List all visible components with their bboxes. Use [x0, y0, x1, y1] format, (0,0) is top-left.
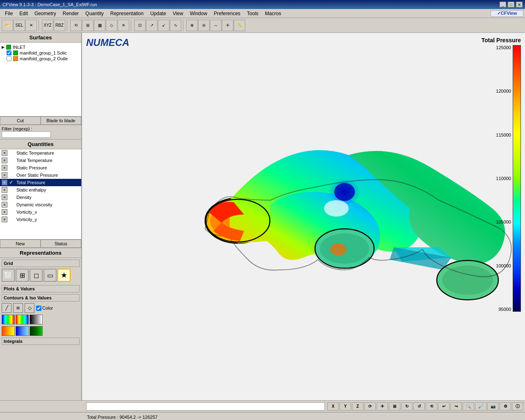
- qty-total-pressure[interactable]: ≡ ✓ Total Pressure: [0, 179, 81, 186]
- pick-btn[interactable]: ↻: [401, 402, 413, 411]
- color-swatches-row2: [2, 326, 80, 336]
- colorbar-label-2: 115000: [496, 132, 511, 137]
- perspective-button[interactable]: ◇: [106, 20, 117, 31]
- grid-btn-2[interactable]: ◻: [30, 269, 43, 282]
- qty-label-6: Density: [16, 195, 32, 200]
- grid-btn-1[interactable]: ⊞: [16, 269, 29, 282]
- xyz-button[interactable]: XYZ: [42, 20, 53, 31]
- close-button[interactable]: ✕: [516, 2, 523, 7]
- zoom-box-btn[interactable]: ⊞: [389, 402, 400, 411]
- contour-fill-icon[interactable]: ≋: [13, 303, 23, 313]
- status-text-input[interactable]: [86, 402, 325, 411]
- menu-macros[interactable]: Macros: [262, 10, 284, 17]
- colorbar-label-4: 105000: [496, 219, 511, 224]
- status-button[interactable]: Status: [41, 240, 81, 248]
- info-btn[interactable]: ⓘ: [512, 402, 523, 411]
- status-x-btn[interactable]: X: [327, 402, 339, 411]
- viewport[interactable]: NUMECA: [82, 33, 525, 400]
- contour-band-icon[interactable]: ◇: [25, 303, 34, 313]
- grid-btn-3[interactable]: ▭: [43, 269, 57, 282]
- zoom-in-button[interactable]: ⊕: [186, 20, 198, 31]
- probe-button[interactable]: ↙: [158, 20, 169, 31]
- qty-dynamic-viscosity[interactable]: ≡ Dynamic viscosity: [0, 201, 81, 208]
- light-button[interactable]: ✕: [118, 20, 129, 31]
- slice-button[interactable]: ↗: [146, 20, 158, 31]
- menu-update[interactable]: Update: [147, 10, 169, 17]
- svg-point-4: [324, 200, 349, 217]
- window-controls[interactable]: _ □ ✕: [500, 2, 523, 7]
- cut-button[interactable]: Cut: [0, 116, 41, 125]
- swatch-2[interactable]: [30, 315, 43, 324]
- zoom-out-status-btn[interactable]: 🔎: [475, 402, 486, 411]
- menu-preferences[interactable]: Preferences: [210, 10, 244, 17]
- menu-representation[interactable]: Representation: [107, 10, 147, 17]
- menu-view[interactable]: View: [169, 10, 187, 17]
- menu-file[interactable]: File: [2, 10, 16, 17]
- undo-btn[interactable]: ↩: [438, 402, 450, 411]
- screenshot-btn[interactable]: 📷: [487, 402, 499, 411]
- tree-item-manifold2[interactable]: manifold_group_2 Outle: [2, 56, 80, 62]
- qty-static-temperature[interactable]: ≡ Static Temperature: [0, 149, 81, 157]
- settings-status-btn[interactable]: ⚙: [500, 402, 511, 411]
- fit-button[interactable]: ⊞: [82, 20, 94, 31]
- crop-button[interactable]: ⊡: [134, 20, 146, 31]
- menu-window[interactable]: Window: [187, 10, 211, 17]
- qty-vorticity-x[interactable]: ≡ Vorticity_x: [0, 208, 81, 216]
- swatch-4[interactable]: [16, 326, 29, 336]
- swatch-3[interactable]: [2, 326, 15, 336]
- minimize-button[interactable]: _: [500, 2, 506, 7]
- qty-vorticity-y[interactable]: ≡ Vorticity_y: [0, 216, 81, 223]
- status-y-btn[interactable]: Y: [340, 402, 351, 411]
- qty-density[interactable]: ≡ Density: [0, 194, 81, 201]
- zoom-in-status-btn[interactable]: 🔍: [463, 402, 474, 411]
- swatch-5[interactable]: [30, 326, 43, 336]
- close-btn[interactable]: ✕: [25, 20, 37, 31]
- qty-label-2: Static Pressure: [16, 165, 47, 170]
- statusbar: X Y Z ⟳ ✛ ⊞ ↻ ↺ ⟲ ↩ ↪ 🔍 🔎 📷 ⚙ ⓘ: [0, 400, 525, 412]
- stream-button[interactable]: ∿: [170, 20, 181, 31]
- menu-quantity[interactable]: Quantity: [82, 10, 107, 17]
- qty-icon-0: ≡: [2, 150, 7, 156]
- iso-btn[interactable]: ↺: [413, 402, 425, 411]
- swatch-0[interactable]: [2, 315, 15, 324]
- filter-input[interactable]: [2, 131, 51, 138]
- mirror-btn[interactable]: ⟲: [426, 402, 437, 411]
- open-button[interactable]: 📂: [2, 20, 13, 31]
- menu-render[interactable]: Render: [59, 10, 82, 17]
- status-z-btn[interactable]: Z: [352, 402, 363, 411]
- swatch-1[interactable]: [16, 315, 29, 324]
- contour-line-icon[interactable]: ╱: [2, 303, 11, 313]
- blade-to-blade-button[interactable]: Blade to blade: [41, 116, 81, 125]
- qty-icon-6: ≡: [2, 194, 7, 200]
- colorbar-gradient: [513, 45, 521, 312]
- menu-geometry[interactable]: Geometry: [31, 10, 59, 17]
- pan-button[interactable]: ✛: [222, 20, 233, 31]
- qty-label-0: Static Temperature: [16, 151, 54, 155]
- qty-over-static-pressure[interactable]: ≡ Over Static Pressure: [0, 171, 81, 179]
- rbz-button[interactable]: RBZ: [54, 20, 65, 31]
- reset-view-button[interactable]: ⟲: [70, 20, 82, 31]
- grid-btn-4[interactable]: ★: [57, 269, 71, 282]
- rotate-button[interactable]: ↔: [210, 20, 221, 31]
- new-button[interactable]: New: [0, 240, 41, 248]
- zoom-out-button[interactable]: ⊖: [198, 20, 210, 31]
- menu-edit[interactable]: Edit: [16, 10, 31, 17]
- wireframe-button[interactable]: ▦: [94, 20, 105, 31]
- tree-item-manifold1[interactable]: manifold_group_1 Solic: [2, 50, 80, 56]
- redo-btn[interactable]: ↪: [450, 402, 462, 411]
- qty-static-enthalpy[interactable]: ≡ Static enthalpy: [0, 186, 81, 194]
- maximize-button[interactable]: □: [508, 2, 514, 7]
- qty-static-pressure[interactable]: ≡ Static Pressure: [0, 164, 81, 171]
- measure-button[interactable]: 📏: [234, 20, 245, 31]
- grid-btn-0[interactable]: ⬜: [2, 269, 15, 282]
- color-checkbox[interactable]: Color: [36, 306, 53, 311]
- bottom-bar: Total Pressure : 90454.2 -> 126257: [0, 412, 525, 420]
- tree-item-inlet[interactable]: ▶ INLET: [2, 44, 80, 50]
- menu-tools[interactable]: Tools: [244, 10, 262, 17]
- qty-total-temperature[interactable]: ≡ Total Temperature: [0, 157, 81, 164]
- rotate-3d-btn[interactable]: ⟳: [364, 402, 376, 411]
- tree-label-inlet: INLET: [13, 45, 25, 50]
- qty-icon-3: ≡: [2, 172, 7, 178]
- pan-view-btn[interactable]: ✛: [377, 402, 388, 411]
- select-button[interactable]: SEL: [14, 20, 25, 31]
